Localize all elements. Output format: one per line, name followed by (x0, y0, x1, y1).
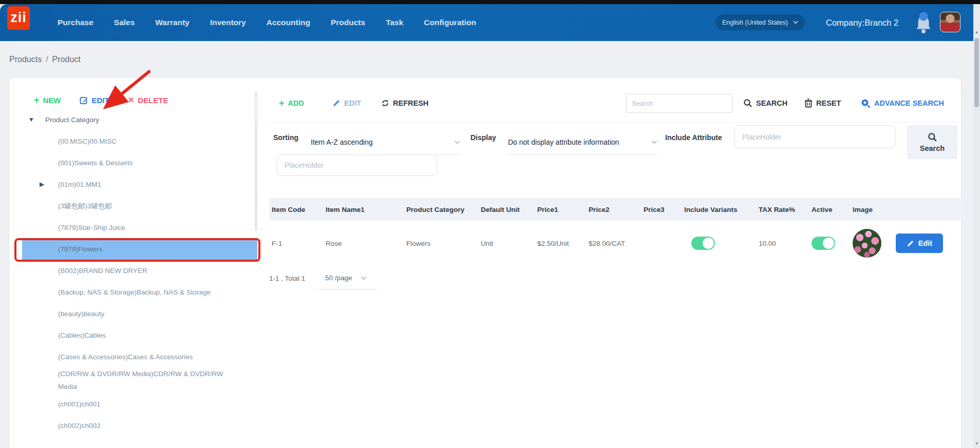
tree-item[interactable]: (001)Sweets & Desserts (22, 152, 257, 173)
col-include-variants[interactable]: Include Variants (684, 206, 759, 213)
col-price1[interactable]: Price1 (537, 206, 589, 213)
tree-item[interactable]: ▶ (01m)01.MM1 (22, 173, 257, 195)
pagination-range: 1-1 , Total 1 (269, 275, 305, 282)
menu-item-configuration[interactable]: Configuration (424, 18, 476, 27)
content-card: + NEW EDIT ✕ DELETE ▼ Product Category (… (9, 78, 961, 448)
tree-item[interactable]: (ch001)ch001 (22, 393, 257, 415)
cell-tax-rate: 10.00 (759, 240, 812, 247)
table-row[interactable]: F-1 Rose Flowers Unit $2.50/Unit $28.00/… (269, 221, 963, 266)
product-image[interactable] (853, 229, 881, 258)
include-variants-toggle[interactable] (691, 237, 715, 250)
col-image[interactable]: Image (853, 206, 896, 213)
advance-search-button[interactable]: ADVANCE SEARCH (861, 96, 944, 110)
cell-price2: $28.00/CAT (589, 240, 644, 247)
col-default-unit[interactable]: Default Unit (481, 206, 537, 213)
include-attribute-input[interactable] (734, 125, 895, 148)
filter-search-button[interactable]: Search (907, 125, 957, 159)
pagination: 1-1 , Total 1 50 /page (269, 267, 377, 289)
display-label: Display (470, 133, 496, 142)
add-button[interactable]: + ADD (279, 96, 304, 110)
tree-item[interactable]: (3罐包邮)3罐包邮 (22, 195, 257, 217)
product-list-panel: + ADD EDIT REFRESH SEARCH (269, 78, 963, 448)
sorting-select[interactable]: Item A-Z ascending (310, 129, 460, 155)
tree-item[interactable]: (ch002)ch002 (22, 415, 257, 436)
cell-item-name1: Rose (326, 240, 406, 247)
language-selector[interactable]: English (United States) (715, 14, 805, 30)
menu-item-products[interactable]: Products (331, 18, 365, 27)
toggle-knob (823, 238, 834, 249)
sorting-label: Sorting (273, 133, 298, 142)
user-avatar[interactable] (940, 12, 960, 32)
breadcrumb: Products/Product (9, 55, 81, 64)
refresh-button[interactable]: REFRESH (381, 96, 428, 110)
category-tree: ▼ Product Category (00.MISC)00.MISC (001… (22, 109, 257, 436)
row-edit-button[interactable]: Edit (896, 233, 943, 253)
plus-icon: + (279, 100, 285, 107)
panel-scrollbar[interactable] (255, 91, 257, 231)
display-select[interactable]: Do not display attribute information (507, 129, 657, 155)
col-active[interactable]: Active (812, 206, 853, 213)
tree-item[interactable]: (00.MISC)00.MISC (22, 130, 257, 152)
pencil-icon (907, 240, 914, 247)
page-size-select[interactable]: 50 /page (314, 267, 377, 289)
divider (269, 122, 963, 123)
col-tax-rate[interactable]: TAX Rate% (759, 206, 812, 213)
notification-bell-icon[interactable] (914, 10, 933, 34)
cell-product-category: Flowers (406, 240, 481, 247)
refresh-icon (381, 99, 389, 107)
chevron-down-icon (361, 276, 367, 280)
chevron-down-icon (793, 21, 798, 24)
include-attribute-label: Include Attribute (665, 133, 722, 142)
cell-price1: $2.50/Unit (537, 240, 589, 247)
menu-item-warranty[interactable]: Warranty (155, 18, 190, 27)
col-product-category[interactable]: Product Category (406, 206, 481, 213)
edit-square-icon (80, 96, 88, 105)
menu-item-purchase[interactable]: Purchase (58, 18, 93, 27)
scroll-down-icon[interactable]: ▼ (973, 441, 980, 446)
tree-item-selected-flowers[interactable]: (7979)Flowers (22, 238, 257, 260)
tree-item[interactable]: (B002)BRAND NEW DRYER (22, 260, 257, 281)
tree-item[interactable]: (beauty)beauty (22, 303, 257, 324)
new-button[interactable]: + NEW (34, 95, 61, 105)
language-selector-value: English (United States) (722, 19, 788, 26)
menu-item-task[interactable]: Task (386, 18, 403, 27)
search-input[interactable] (626, 94, 732, 113)
delete-button[interactable]: ✕ DELETE (128, 95, 168, 105)
search-button[interactable]: SEARCH (743, 96, 787, 110)
scrollbar-thumb[interactable] (974, 38, 979, 107)
tree-item[interactable]: (7879)Star-Ship Juice (22, 217, 257, 238)
pencil-icon (332, 99, 341, 107)
tree-root-product-category[interactable]: ▼ Product Category (22, 109, 257, 130)
menu-item-inventory[interactable]: Inventory (210, 18, 246, 27)
col-item-code[interactable]: Item Code (272, 206, 326, 213)
tree-item[interactable]: (Cables)Cables (22, 324, 257, 346)
main-menu: Purchase Sales Warranty Inventory Accoun… (58, 4, 476, 41)
menu-item-sales[interactable]: Sales (114, 18, 135, 27)
breadcrumb-section[interactable]: Products (9, 55, 42, 64)
tree-item[interactable]: (Cases & Accessories)Cases & Accessories (22, 346, 257, 367)
company-branch-label[interactable]: Company:Branch 2 (826, 4, 898, 41)
caret-down-icon[interactable]: ▼ (28, 116, 34, 123)
search-icon (928, 132, 937, 142)
x-icon: ✕ (128, 95, 135, 105)
tree-item[interactable]: (Backup, NAS & Storage)Backup, NAS & Sto… (22, 281, 257, 303)
edit-item-button[interactable]: EDIT (332, 96, 361, 110)
scroll-up-icon[interactable]: ▲ (973, 30, 980, 34)
search-plus-icon (861, 99, 871, 108)
col-item-name1[interactable]: Item Name1 (326, 206, 406, 213)
col-price2[interactable]: Price2 (589, 206, 644, 213)
page-scrollbar[interactable]: ▲ ▼ (973, 4, 980, 448)
menu-item-accounting[interactable]: Accounting (267, 18, 310, 27)
col-price3[interactable]: Price3 (644, 206, 684, 213)
reset-button[interactable]: RESET (804, 96, 841, 110)
app-logo[interactable]: zii (7, 6, 30, 30)
plus-icon: + (34, 96, 40, 104)
table-header: Item Code Item Name1 Product Category De… (269, 198, 963, 221)
window-top-edge (0, 0, 980, 4)
chevron-down-icon (651, 140, 657, 144)
sorting-filter-input[interactable] (277, 154, 437, 176)
active-toggle[interactable] (812, 237, 835, 250)
caret-right-icon[interactable]: ▶ (40, 178, 44, 191)
edit-category-button[interactable]: EDIT (80, 95, 109, 105)
tree-item[interactable]: (CDR/RW & DVDR/RW Media)CDR/RW & DVDR/RW… (22, 367, 257, 393)
